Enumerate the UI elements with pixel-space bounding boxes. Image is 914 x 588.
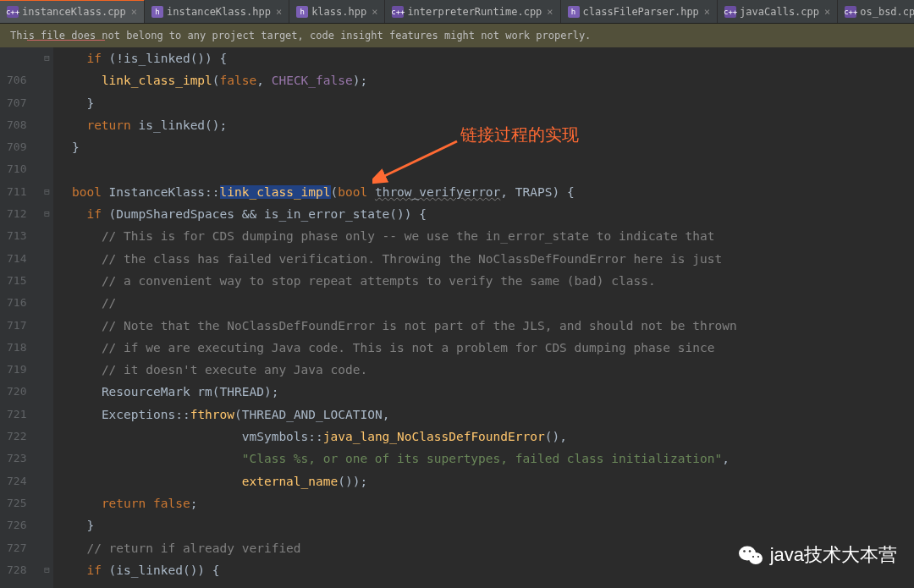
- line-number: 725: [7, 492, 26, 514]
- fold-spacer: [40, 359, 53, 381]
- fold-spacer: [40, 381, 53, 403]
- line-number: 717: [7, 315, 26, 337]
- line-number: 726: [7, 514, 26, 536]
- code-line[interactable]: // return if already verified: [57, 537, 736, 559]
- line-number: 715: [7, 270, 26, 292]
- code-line[interactable]: bool InstanceKlass::link_class_impl(bool…: [57, 181, 736, 203]
- line-number: 710: [7, 158, 26, 180]
- code-line[interactable]: return is_linked();: [57, 114, 736, 136]
- fold-spacer: [40, 136, 53, 158]
- warning-underline: [27, 40, 105, 41]
- fold-toggle[interactable]: ⊟: [40, 47, 53, 69]
- code-area[interactable]: if (!is_linked()) { link_class_impl(fals…: [53, 47, 736, 588]
- line-number: 727: [7, 537, 26, 559]
- code-line[interactable]: ResourceMark rm(THREAD);: [57, 381, 736, 403]
- close-icon[interactable]: ×: [547, 6, 553, 18]
- fold-spacer: [40, 92, 53, 114]
- code-line[interactable]: // it doesn't execute any Java code.: [57, 359, 736, 381]
- line-number: [7, 47, 26, 69]
- code-line[interactable]: // if we are executing Java code. This i…: [57, 337, 736, 359]
- line-number: 729: [7, 581, 26, 588]
- code-line[interactable]: vmSymbols::java_lang_NoClassDefFoundErro…: [57, 426, 736, 448]
- tab-interpreterRuntime-cpp[interactable]: c++interpreterRuntime.cpp×: [385, 0, 560, 23]
- code-line[interactable]: }: [57, 92, 736, 114]
- fold-spacer: [40, 248, 53, 270]
- fold-spacer: [40, 514, 53, 536]
- code-line[interactable]: // Note that the NoClassDefFoundError is…: [57, 315, 736, 337]
- line-number: 722: [7, 426, 26, 448]
- hpp-file-icon: h: [151, 6, 163, 18]
- line-number: 728: [7, 559, 26, 581]
- line-number: 718: [7, 337, 26, 359]
- close-icon[interactable]: ×: [131, 6, 137, 18]
- code-line[interactable]: external_name());: [57, 470, 736, 492]
- tab-label: javaCalls.cpp: [740, 6, 819, 18]
- code-line[interactable]: // This is for CDS dumping phase only --…: [57, 225, 736, 247]
- tab-os_bsd-cpp[interactable]: c++os_bsd.cpp×: [838, 0, 914, 23]
- tab-instanceKlass-hpp[interactable]: hinstanceKlass.hpp×: [145, 0, 289, 23]
- tab-bar: c++instanceKlass.cpp×hinstanceKlass.hpp×…: [0, 0, 914, 24]
- tab-label: os_bsd.cpp: [860, 6, 914, 18]
- fold-spacer: [40, 404, 53, 426]
- line-number: 706: [7, 69, 26, 91]
- fold-column[interactable]: ⊟ ⊟⊟ ⊟: [40, 47, 53, 588]
- fold-toggle[interactable]: ⊟: [40, 559, 53, 581]
- close-icon[interactable]: ×: [276, 6, 282, 18]
- code-line[interactable]: link_class_impl(false, CHECK_false);: [57, 69, 736, 91]
- fold-spacer: [40, 158, 53, 180]
- cpp-file-icon: c++: [392, 6, 404, 18]
- fold-spacer: [40, 537, 53, 559]
- tab-label: klass.hpp: [311, 6, 366, 18]
- fold-spacer: [40, 114, 53, 136]
- close-icon[interactable]: ×: [704, 6, 710, 18]
- code-line[interactable]: //: [57, 292, 736, 314]
- hpp-file-icon: h: [568, 6, 580, 18]
- hpp-file-icon: h: [296, 6, 308, 18]
- code-line[interactable]: if (!is_linked()) {: [57, 47, 736, 69]
- cpp-file-icon: c++: [7, 6, 19, 18]
- code-line[interactable]: [57, 158, 736, 180]
- fold-spacer: [40, 470, 53, 492]
- fold-spacer: [40, 337, 53, 359]
- line-number: 714: [7, 248, 26, 270]
- line-number: 712: [7, 203, 26, 225]
- code-line[interactable]: return true;: [57, 581, 736, 588]
- tab-label: classFileParser.hpp: [583, 6, 699, 18]
- line-number: 707: [7, 92, 26, 114]
- tab-label: instanceKlass.cpp: [22, 6, 126, 18]
- line-number-gutter: 7067077087097107117127137147157167177187…: [0, 47, 40, 588]
- fold-spacer: [40, 69, 53, 91]
- fold-spacer: [40, 292, 53, 314]
- line-number: 719: [7, 359, 26, 381]
- code-line[interactable]: }: [57, 514, 736, 536]
- code-line[interactable]: Exceptions::fthrow(THREAD_AND_LOCATION,: [57, 404, 736, 426]
- line-number: 716: [7, 292, 26, 314]
- line-number: 720: [7, 381, 26, 403]
- close-icon[interactable]: ×: [824, 6, 830, 18]
- tab-label: instanceKlass.hpp: [167, 6, 271, 18]
- tab-label: interpreterRuntime.cpp: [407, 6, 542, 18]
- fold-toggle[interactable]: ⊟: [40, 181, 53, 203]
- code-line[interactable]: // a convenient way to stop repeat attem…: [57, 270, 736, 292]
- line-number: 708: [7, 114, 26, 136]
- fold-spacer: [40, 315, 53, 337]
- code-line[interactable]: "Class %s, or one of its supertypes, fai…: [57, 448, 736, 470]
- tab-klass-hpp[interactable]: hklass.hpp×: [289, 0, 385, 23]
- cpp-file-icon: c++: [724, 6, 736, 18]
- line-number: 711: [7, 181, 26, 203]
- code-line[interactable]: if (DumpSharedSpaces && is_in_error_stat…: [57, 203, 736, 225]
- code-line[interactable]: return false;: [57, 492, 736, 514]
- close-icon[interactable]: ×: [372, 6, 377, 18]
- line-number: 721: [7, 404, 26, 426]
- code-line[interactable]: if (is_linked()) {: [57, 559, 736, 581]
- tab-classFileParser-hpp[interactable]: hclassFileParser.hpp×: [561, 0, 719, 23]
- code-line[interactable]: // the class has failed verification. Th…: [57, 248, 736, 270]
- tab-instanceKlass-cpp[interactable]: c++instanceKlass.cpp×: [0, 0, 145, 23]
- line-number: 723: [7, 448, 26, 470]
- fold-toggle[interactable]: ⊟: [40, 203, 53, 225]
- code-line[interactable]: }: [57, 136, 736, 158]
- code-editor[interactable]: 7067077087097107117127137147157167177187…: [0, 47, 914, 588]
- fold-spacer: [40, 581, 53, 588]
- tab-javaCalls-cpp[interactable]: c++javaCalls.cpp×: [718, 0, 838, 23]
- fold-spacer: [40, 492, 53, 514]
